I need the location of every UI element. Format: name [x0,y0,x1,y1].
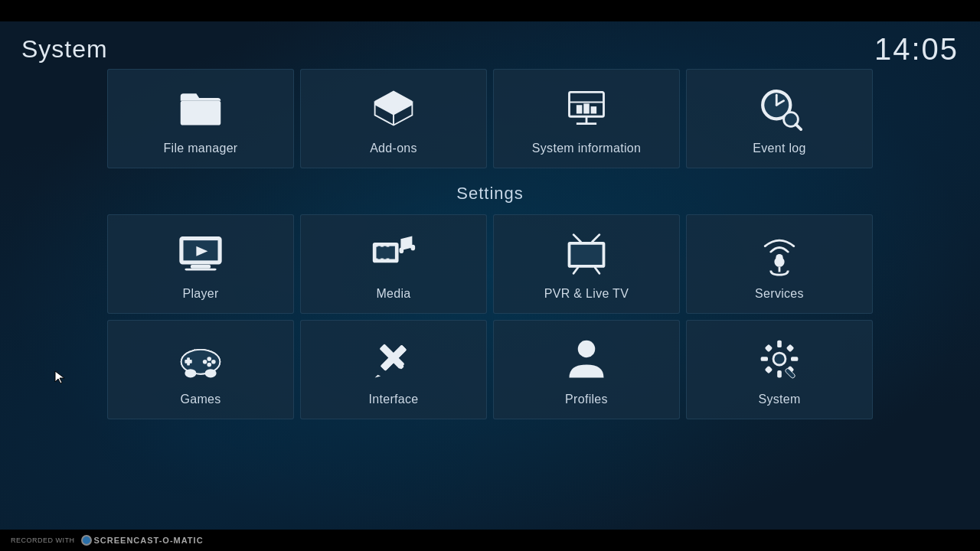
svg-rect-36 [411,245,416,251]
tile-media-label: Media [376,287,410,301]
tile-file-manager-label: File manager [164,142,238,155]
svg-point-52 [211,360,216,364]
svg-line-18 [796,125,802,130]
svg-rect-28 [377,246,395,259]
settings-grid-row2: Games Interface [107,320,873,419]
tile-services[interactable]: Services [686,214,873,314]
svg-point-51 [207,357,211,361]
event-log-icon [755,83,804,132]
tile-player[interactable]: Player [107,214,294,314]
main-content: File manager Add-ons [0,69,980,530]
svg-point-19 [786,114,795,124]
tile-add-ons[interactable]: Add-ons [300,69,487,168]
system-icon [755,334,804,383]
svg-point-67 [774,354,784,364]
settings-grid-row1: Player Media [107,214,873,314]
tile-interface[interactable]: Interface [300,320,487,419]
folder-icon [176,83,225,132]
interface-icon [369,334,418,383]
svg-point-53 [207,363,211,367]
svg-line-38 [593,235,599,242]
svg-rect-71 [791,357,798,361]
svg-rect-68 [777,341,782,347]
svg-rect-25 [185,269,216,271]
watermark-logo: SCREENCAST-O-MATIC [81,535,204,546]
tile-profiles[interactable]: Profiles [493,320,680,419]
tile-player-label: Player [182,287,218,301]
system-info-icon [562,83,611,132]
svg-rect-0 [181,101,221,126]
pvr-icon [562,229,611,278]
tile-system-information[interactable]: System information [493,69,680,168]
page-title: System [21,35,108,64]
svg-rect-24 [191,265,211,269]
svg-line-42 [595,268,599,274]
watermark-recorded-text: RECORDED WITH [11,536,75,544]
tile-pvr-live-tv[interactable]: PVR & Live TV [493,214,680,314]
tile-event-log[interactable]: Event log [686,69,873,168]
svg-rect-72 [765,344,773,353]
svg-rect-32 [375,259,378,262]
svg-rect-7 [577,105,583,113]
services-icon [755,229,804,278]
svg-rect-30 [381,243,384,247]
tile-interface-label: Interface [369,393,419,406]
tile-services-label: Services [755,287,804,301]
games-icon [176,334,225,383]
svg-point-58 [206,370,216,377]
tile-games[interactable]: Games [107,320,294,419]
svg-rect-33 [381,259,384,262]
tile-media[interactable]: Media [300,214,487,314]
svg-rect-69 [777,370,782,377]
utility-grid: File manager Add-ons [107,69,873,168]
svg-rect-70 [761,357,768,361]
svg-point-44 [774,257,784,267]
svg-rect-74 [765,366,773,374]
svg-rect-8 [583,103,590,113]
tile-system-label: System [758,393,800,406]
svg-marker-60 [375,375,381,378]
svg-marker-1 [375,91,413,112]
svg-point-65 [578,341,596,358]
svg-rect-40 [570,245,602,265]
bottom-bar: RECORDED WITH SCREENCAST-O-MATIC [0,530,980,551]
clock: 14:05 [874,32,959,67]
profiles-icon [562,334,611,383]
svg-rect-35 [400,248,404,254]
svg-point-57 [185,370,195,377]
tile-add-ons-label: Add-ons [370,142,417,155]
svg-point-54 [203,360,207,364]
svg-rect-73 [786,344,795,353]
tile-pvr-live-tv-label: PVR & Live TV [544,287,629,301]
addons-icon [369,83,418,132]
watermark: RECORDED WITH SCREENCAST-O-MATIC [11,535,204,546]
svg-rect-31 [387,243,390,247]
svg-rect-34 [387,259,390,262]
tile-games-label: Games [180,393,220,406]
svg-rect-50 [187,357,190,365]
svg-rect-29 [375,243,378,247]
tile-file-manager[interactable]: File manager [107,69,294,168]
top-bar [0,0,980,21]
tile-system[interactable]: System [686,320,873,419]
svg-line-41 [573,268,578,274]
tile-profiles-label: Profiles [565,393,608,406]
tile-system-information-label: System information [532,142,641,155]
tile-event-log-label: Event log [753,142,805,155]
watermark-logo-dot [81,535,92,546]
svg-rect-9 [591,106,597,113]
settings-heading: Settings [456,184,524,204]
svg-line-37 [573,235,580,242]
watermark-brand-text: SCREENCAST-O-MATIC [94,536,204,545]
media-icon [369,229,418,278]
player-icon [176,229,225,278]
